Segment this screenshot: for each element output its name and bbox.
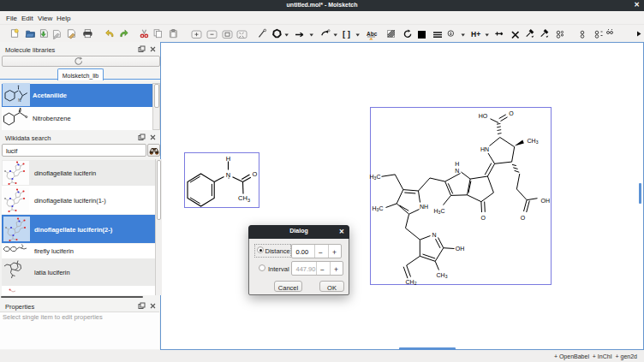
svg-text:O: O [521,215,526,221]
svg-text:N: N [226,171,230,179]
svg-text:OH: OH [456,246,465,252]
svg-text:H: H [226,155,230,163]
svg-text:NH: NH [420,204,428,210]
svg-text:O: O [480,215,486,221]
svg-text:N: N [432,232,436,238]
svg-text:CH3: CH3 [238,194,250,203]
svg-text:O: O [509,110,514,116]
svg-text:CH3: CH3 [528,138,539,145]
svg-text:CH3: CH3 [437,272,448,279]
svg-text:N: N [455,168,459,174]
svg-text:HO: HO [479,113,488,119]
svg-text:O: O [252,170,257,178]
svg-text:H: H [455,161,459,167]
svg-text:H3C: H3C [370,174,381,181]
svg-text:H3C: H3C [434,208,445,215]
svg-text:CH2: CH2 [406,279,417,286]
svg-text:HN: HN [480,146,489,152]
svg-text:OH: OH [541,198,551,204]
svg-text:N: N [18,98,21,103]
svg-text:H3C: H3C [373,205,384,212]
